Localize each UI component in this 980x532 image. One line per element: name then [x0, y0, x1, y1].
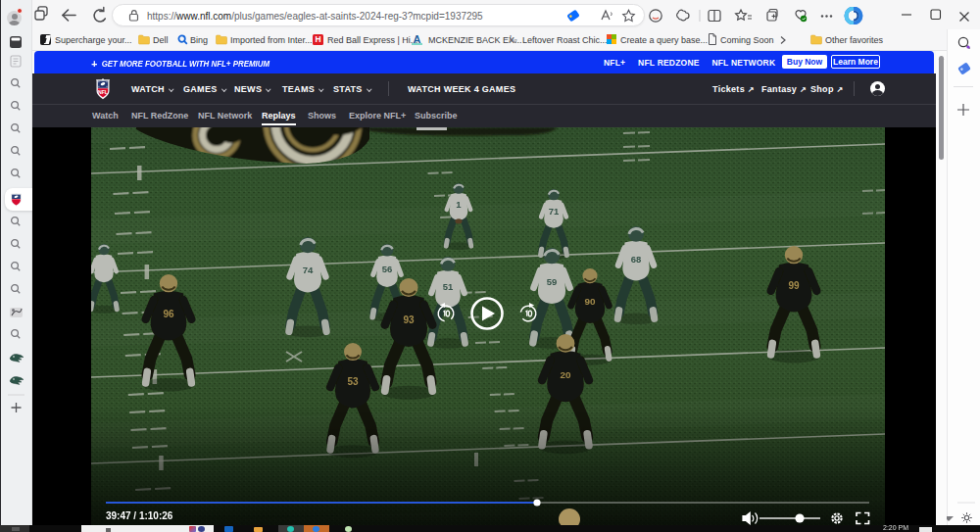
svg-text:39:47 / 1:10:26: 39:47 / 1:10:26 — [106, 510, 173, 521]
